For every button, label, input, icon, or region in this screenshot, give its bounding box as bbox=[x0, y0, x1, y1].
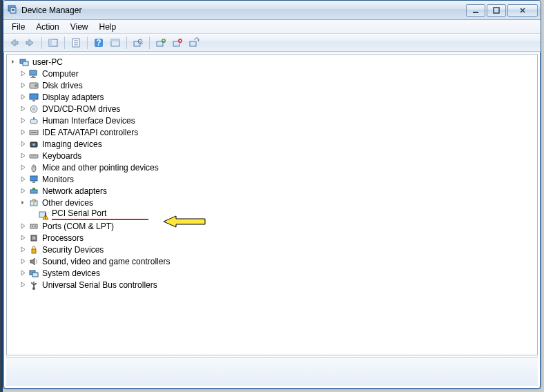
tree-category[interactable]: ?Other devices bbox=[19, 197, 537, 208]
tree-category[interactable]: Computer bbox=[19, 68, 537, 79]
expander-icon[interactable] bbox=[10, 58, 17, 66]
svg-rect-37 bbox=[31, 132, 37, 133]
node-label: Disk drives bbox=[41, 81, 84, 90]
svg-rect-35 bbox=[33, 117, 35, 119]
show-hide-console-button[interactable] bbox=[46, 35, 61, 50]
disable-button[interactable] bbox=[186, 35, 202, 50]
tree-category[interactable]: Human Interface Devices bbox=[19, 115, 537, 126]
tree-category[interactable]: Network adapters bbox=[19, 185, 537, 197]
expander-icon[interactable] bbox=[19, 164, 27, 171]
other-icon: ? bbox=[28, 197, 39, 208]
svg-rect-14 bbox=[111, 39, 119, 41]
expander-icon[interactable] bbox=[19, 175, 27, 183]
expander-icon[interactable] bbox=[19, 269, 27, 277]
node-label: Ports (COM & LPT) bbox=[41, 222, 115, 231]
svg-rect-26 bbox=[32, 76, 35, 77]
expander-icon[interactable] bbox=[19, 152, 27, 159]
tree-category[interactable]: Ports (COM & LPT) bbox=[19, 220, 537, 232]
svg-rect-6 bbox=[49, 39, 52, 46]
expander-icon[interactable] bbox=[19, 187, 27, 195]
svg-rect-66 bbox=[35, 283, 37, 284]
minimize-button[interactable] bbox=[466, 4, 485, 17]
svg-rect-53 bbox=[30, 224, 37, 228]
svg-line-17 bbox=[142, 43, 143, 44]
security-icon bbox=[28, 244, 39, 255]
uninstall-button[interactable] bbox=[170, 35, 185, 50]
maximize-button[interactable] bbox=[487, 4, 506, 17]
node-label: Universal Serial Bus controllers bbox=[41, 280, 159, 290]
node-label: System devices bbox=[41, 268, 101, 278]
menu-action[interactable]: Action bbox=[30, 20, 64, 33]
menu-help[interactable]: Help bbox=[94, 20, 122, 33]
close-button[interactable] bbox=[507, 4, 538, 17]
expander-icon[interactable] bbox=[19, 105, 27, 112]
statusbar bbox=[6, 357, 538, 386]
expander-icon[interactable] bbox=[19, 234, 27, 242]
svg-rect-34 bbox=[30, 119, 37, 124]
node-label: Security Devices bbox=[41, 245, 105, 255]
svg-point-29 bbox=[35, 84, 37, 87]
expander-icon[interactable] bbox=[19, 222, 27, 230]
node-label: PCI Serial Port bbox=[50, 208, 150, 220]
node-label: Keyboards bbox=[41, 151, 83, 161]
svg-marker-67 bbox=[164, 216, 205, 227]
forward-button[interactable] bbox=[23, 35, 38, 50]
svg-point-55 bbox=[35, 226, 36, 227]
menu-view[interactable]: View bbox=[65, 20, 94, 33]
tree-category[interactable]: Processors bbox=[19, 232, 537, 244]
scan-hardware-button[interactable] bbox=[130, 35, 146, 50]
svg-rect-18 bbox=[157, 41, 163, 46]
tree-category[interactable]: Mice and other pointing devices bbox=[19, 161, 537, 173]
svg-point-54 bbox=[32, 226, 33, 227]
expander-icon[interactable] bbox=[19, 246, 27, 253]
tree-category[interactable]: Keyboards bbox=[19, 150, 537, 161]
svg-rect-31 bbox=[32, 100, 35, 101]
tree-category[interactable]: Sound, video and game controllers bbox=[19, 255, 537, 267]
device-manager-window: Device Manager File Action View Help ? u… bbox=[3, 0, 541, 389]
svg-rect-20 bbox=[173, 41, 179, 46]
tree-category[interactable]: Display adapters bbox=[19, 91, 537, 103]
menu-file[interactable]: File bbox=[6, 20, 30, 33]
tree-device[interactable]: !PCI Serial Port bbox=[29, 208, 537, 220]
tree-category[interactable]: Monitors bbox=[19, 173, 537, 185]
tree-category[interactable]: Disk drives bbox=[19, 79, 537, 91]
node-label: Monitors bbox=[41, 175, 75, 184]
tree-category[interactable]: System devices bbox=[19, 267, 537, 279]
properties-button[interactable] bbox=[68, 35, 84, 50]
tree-root[interactable]: user-PC bbox=[10, 56, 537, 68]
tree-category[interactable]: Universal Serial Bus controllers bbox=[19, 279, 537, 291]
expander-icon[interactable] bbox=[19, 199, 27, 206]
expander-icon[interactable] bbox=[19, 128, 27, 136]
update-driver-button[interactable] bbox=[153, 35, 168, 50]
expander-icon[interactable] bbox=[19, 70, 27, 77]
app-icon bbox=[8, 3, 19, 17]
action-button[interactable] bbox=[108, 35, 123, 50]
node-label: Other devices bbox=[41, 198, 95, 208]
disk-icon bbox=[28, 80, 39, 91]
dvd-icon bbox=[28, 104, 39, 115]
help-button[interactable]: ? bbox=[91, 35, 106, 50]
expander-icon[interactable] bbox=[19, 93, 27, 101]
back-button[interactable] bbox=[6, 35, 21, 50]
window-title: Device Manager bbox=[8, 3, 466, 17]
titlebar[interactable]: Device Manager bbox=[3, 1, 541, 20]
node-label: DVD/CD-ROM drives bbox=[41, 104, 122, 114]
toolbar: ? bbox=[3, 34, 541, 52]
tree-category[interactable]: DVD/CD-ROM drives bbox=[19, 103, 537, 115]
window-title-text: Device Manager bbox=[21, 6, 81, 15]
sound-icon bbox=[28, 256, 39, 267]
expander-icon[interactable] bbox=[19, 81, 27, 89]
computer-icon bbox=[28, 68, 39, 79]
device-tree[interactable]: user-PCComputerDisk drivesDisplay adapte… bbox=[6, 54, 538, 355]
tree-category[interactable]: Security Devices bbox=[19, 244, 537, 255]
expander-icon[interactable] bbox=[19, 257, 27, 265]
node-label: Network adapters bbox=[41, 186, 108, 196]
tree-category[interactable]: IDE ATA/ATAPI controllers bbox=[19, 126, 537, 138]
svg-rect-25 bbox=[30, 70, 37, 75]
expander-icon[interactable] bbox=[19, 140, 27, 148]
expander-icon[interactable] bbox=[19, 281, 27, 288]
node-label: Display adapters bbox=[41, 92, 105, 102]
expander-icon[interactable] bbox=[19, 117, 27, 124]
tree-category[interactable]: Imaging devices bbox=[19, 138, 537, 150]
svg-rect-4 bbox=[494, 8, 499, 13]
